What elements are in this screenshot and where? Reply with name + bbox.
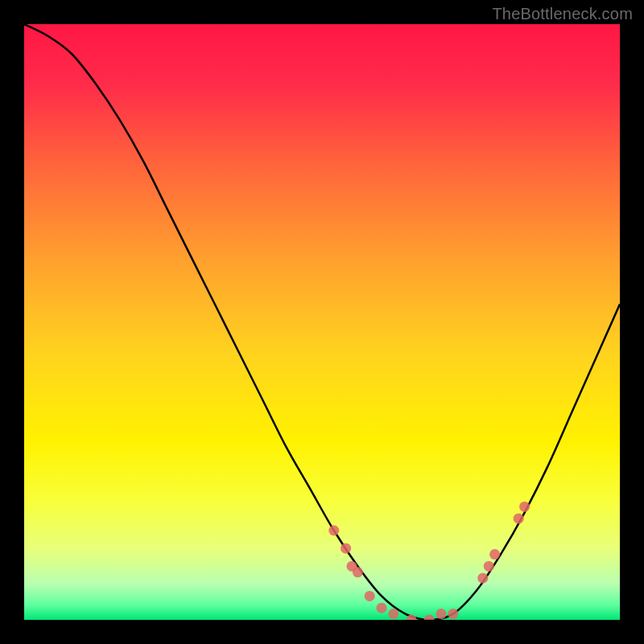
chart-curve-layer bbox=[24, 24, 620, 620]
data-point bbox=[353, 567, 363, 577]
data-point bbox=[341, 543, 351, 554]
data-point bbox=[484, 561, 494, 572]
data-point bbox=[519, 502, 530, 512]
data-point bbox=[388, 609, 398, 619]
data-point bbox=[424, 615, 435, 621]
watermark-text: TheBottleneck.com bbox=[492, 5, 633, 23]
data-point bbox=[377, 603, 387, 613]
data-point bbox=[489, 549, 500, 559]
data-point bbox=[514, 514, 524, 524]
data-point bbox=[328, 526, 339, 536]
data-point bbox=[365, 591, 375, 601]
data-point bbox=[448, 609, 458, 619]
bottleneck-curve bbox=[24, 24, 620, 620]
data-point bbox=[436, 609, 447, 619]
highlighted-points bbox=[328, 502, 530, 620]
chart-plot-area bbox=[24, 24, 620, 620]
data-point bbox=[477, 573, 488, 584]
